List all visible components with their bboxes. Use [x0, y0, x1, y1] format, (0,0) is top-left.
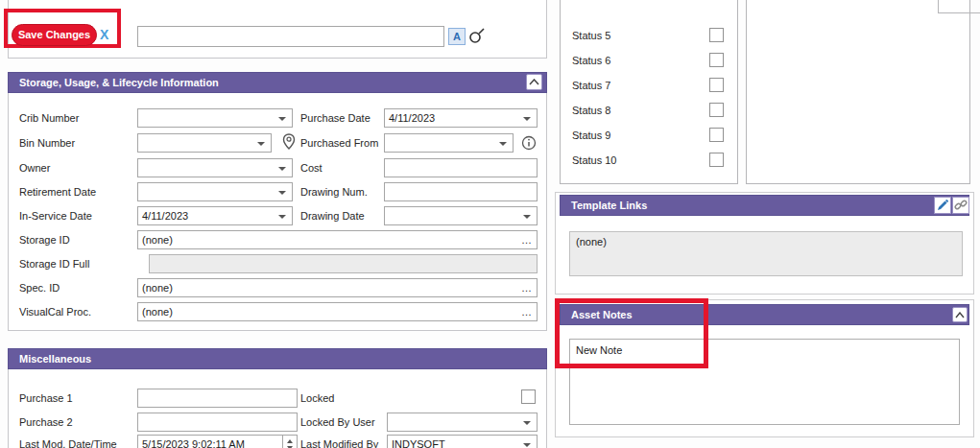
- window-edge-artifact: [938, 0, 939, 12]
- last-mod-datetime-label: Last Mod. Date/Time: [19, 435, 117, 448]
- last-modified-by-value: INDYSOFT: [392, 438, 445, 448]
- ellipsis-button[interactable]: …: [521, 279, 533, 296]
- spinner-up-icon: [287, 439, 293, 443]
- locked-checkbox[interactable]: [521, 389, 536, 404]
- bin-number-combo[interactable]: [137, 133, 272, 153]
- status-5-checkbox[interactable]: [709, 28, 724, 42]
- asset-notes-header: Asset Notes: [560, 304, 969, 325]
- purchase-date-label: Purchase Date: [300, 108, 370, 128]
- crib-number-label: Crib Number: [19, 108, 79, 128]
- storage-section-header: Storage, Usage, & Lifecycle Information: [8, 72, 547, 93]
- template-links-list[interactable]: (none): [569, 231, 963, 276]
- info-icon[interactable]: [521, 135, 537, 151]
- status-7-checkbox[interactable]: [709, 78, 724, 92]
- owner-combo[interactable]: [137, 158, 293, 177]
- purchased-from-label: Purchased From: [300, 133, 378, 153]
- visualcal-proc-value: (none): [142, 306, 173, 318]
- ellipsis-button[interactable]: …: [521, 303, 533, 320]
- link-button[interactable]: [952, 197, 969, 214]
- in-service-date-label: In-Service Date: [19, 206, 92, 225]
- visualcal-proc-label: VisualCal Proc.: [19, 302, 91, 321]
- purchase-1-label: Purchase 1: [19, 389, 73, 408]
- edit-links-button[interactable]: [934, 197, 951, 214]
- retirement-date-combo[interactable]: [137, 182, 293, 201]
- chevron-up-icon: [529, 79, 539, 85]
- ellipsis-button[interactable]: …: [521, 231, 533, 248]
- template-links-content: (none): [576, 236, 607, 248]
- misc-section-title: Miscellaneous: [19, 353, 91, 365]
- chevron-down-icon: [499, 142, 507, 146]
- status-9-label: Status 9: [572, 126, 610, 145]
- chevron-down-icon: [278, 167, 286, 171]
- pencil-icon: [937, 200, 948, 211]
- chevron-up-icon: [955, 312, 965, 318]
- misc-section-header: Miscellaneous: [8, 348, 547, 369]
- purchased-from-combo[interactable]: [384, 133, 514, 153]
- status-6-checkbox[interactable]: [709, 53, 724, 67]
- search-input[interactable]: [137, 26, 444, 47]
- chevron-down-icon: [523, 215, 531, 219]
- asset-notes-title: Asset Notes: [571, 309, 633, 320]
- purchase-2-input[interactable]: [137, 413, 298, 432]
- storage-id-full-label: Storage ID Full: [19, 254, 89, 273]
- status-10-label: Status 10: [572, 151, 616, 170]
- status-10-checkbox[interactable]: [709, 153, 724, 167]
- purchase-1-input[interactable]: [137, 389, 298, 408]
- spec-id-value: (none): [142, 282, 173, 294]
- locked-by-user-combo[interactable]: [387, 413, 538, 432]
- cost-label: Cost: [300, 158, 323, 177]
- visualcal-proc-field[interactable]: (none) …: [137, 302, 538, 321]
- crib-number-combo[interactable]: [137, 108, 293, 128]
- storage-id-full-field: [149, 254, 538, 273]
- drawing-date-combo[interactable]: [384, 206, 538, 225]
- purchase-date-combo[interactable]: 4/11/2023: [384, 108, 538, 128]
- chevron-down-icon: [278, 117, 286, 121]
- status-5-label: Status 5: [572, 26, 610, 45]
- cost-input[interactable]: [384, 158, 538, 177]
- chevron-down-icon: [523, 421, 531, 425]
- in-service-date-combo[interactable]: 4/11/2023: [137, 206, 293, 225]
- drawing-date-label: Drawing Date: [300, 206, 365, 225]
- status-extra-panel: [746, 0, 970, 184]
- storage-section-title: Storage, Usage, & Lifecycle Information: [19, 77, 219, 88]
- template-links-header: Template Links: [560, 195, 969, 216]
- status-8-checkbox[interactable]: [709, 103, 724, 117]
- save-changes-button[interactable]: Save Changes: [12, 24, 97, 46]
- font-search-button[interactable]: A: [448, 28, 466, 45]
- status-6-label: Status 6: [572, 51, 610, 70]
- last-modified-by-label: Last Modified By: [300, 435, 378, 448]
- spec-id-label: Spec. ID: [19, 278, 60, 297]
- drawing-num-label: Drawing Num.: [300, 182, 368, 201]
- in-service-date-value: 4/11/2023: [142, 210, 188, 222]
- search-icon[interactable]: [468, 25, 486, 46]
- window-edge-artifact: [938, 12, 980, 13]
- last-mod-datetime-value: 5/15/2023 9:02:11 AM: [142, 438, 245, 448]
- storage-collapse-button[interactable]: [526, 74, 542, 90]
- asset-note-text: New Note: [576, 344, 622, 356]
- asset-notes-collapse-button[interactable]: [952, 307, 968, 322]
- location-pin-icon[interactable]: [281, 132, 297, 152]
- spec-id-field[interactable]: (none) …: [137, 278, 538, 297]
- chevron-down-icon: [278, 191, 286, 195]
- chevron-down-icon: [523, 443, 531, 447]
- asset-note-textarea[interactable]: New Note: [569, 339, 960, 425]
- status-7-label: Status 7: [572, 76, 610, 95]
- bin-number-label: Bin Number: [19, 133, 75, 153]
- chevron-down-icon: [257, 142, 265, 146]
- datetime-spinner[interactable]: [282, 436, 297, 448]
- chain-link-icon: [954, 199, 968, 212]
- status-8-label: Status 8: [572, 101, 610, 120]
- purchase-2-label: Purchase 2: [19, 413, 73, 432]
- last-mod-datetime-input[interactable]: 5/15/2023 9:02:11 AM: [137, 435, 298, 448]
- chevron-down-icon: [278, 215, 286, 219]
- owner-label: Owner: [19, 158, 50, 177]
- chevron-down-icon: [523, 117, 531, 121]
- template-links-title: Template Links: [571, 200, 647, 211]
- discard-changes-button[interactable]: X: [100, 24, 108, 45]
- drawing-num-input[interactable]: [384, 182, 538, 201]
- asset-detail-screen: A Save Changes X Storage, Usage, & Lifec…: [0, 0, 980, 448]
- last-modified-by-combo[interactable]: INDYSOFT: [387, 435, 538, 448]
- locked-by-user-label: Locked By User: [300, 413, 375, 432]
- storage-id-field[interactable]: (none) …: [137, 230, 538, 249]
- status-9-checkbox[interactable]: [709, 128, 724, 142]
